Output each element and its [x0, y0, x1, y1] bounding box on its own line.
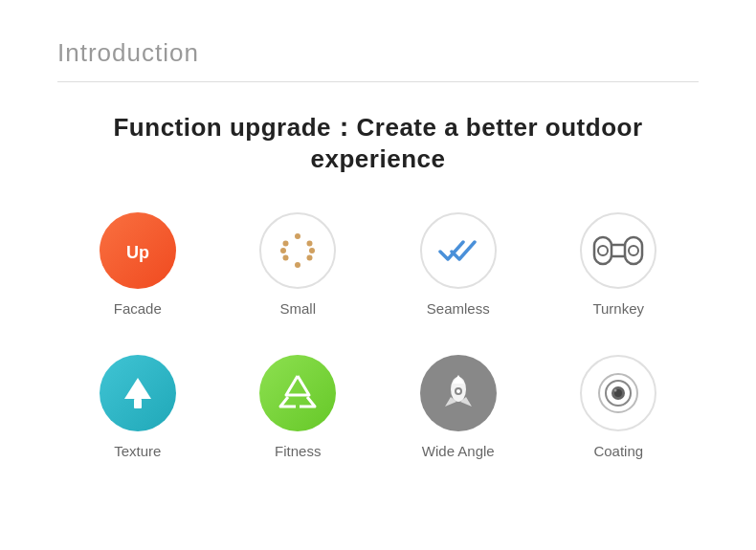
turnkey-label: Turnkey: [592, 300, 644, 317]
fitness-icon-circle: [259, 355, 336, 431]
svg-point-5: [295, 262, 300, 268]
list-item: Coating: [539, 355, 700, 459]
section-title: Introduction: [57, 38, 699, 82]
list-item: Small: [218, 212, 379, 317]
svg-rect-9: [594, 237, 611, 264]
svg-point-27: [614, 389, 617, 392]
svg-point-13: [598, 246, 608, 255]
seamless-label: Seamless: [427, 300, 490, 317]
wideangle-icon-circle: [420, 355, 497, 431]
texture-icon: [117, 372, 159, 414]
svg-point-3: [309, 248, 315, 253]
list-item: Seamless: [378, 212, 539, 317]
small-label: Small: [279, 300, 316, 317]
list-item: Wide Angle: [378, 355, 539, 459]
facade-label: Facade: [114, 300, 162, 317]
turnkey-icon-circle: [580, 212, 656, 289]
list-item: Up Facade: [57, 212, 218, 317]
page: Introduction Function upgrade：Create a b…: [0, 0, 756, 550]
svg-point-1: [295, 233, 300, 239]
svg-point-14: [629, 246, 638, 255]
svg-point-6: [283, 255, 289, 261]
svg-point-22: [456, 389, 460, 393]
list-item: Fitness: [218, 355, 379, 459]
small-icon-circle: [259, 212, 336, 289]
svg-rect-10: [625, 237, 642, 264]
wideangle-icon: [435, 370, 481, 416]
svg-marker-15: [124, 378, 151, 399]
coating-icon: [594, 369, 642, 417]
fitness-label: Fitness: [275, 443, 321, 459]
coating-icon-circle: [580, 355, 656, 431]
svg-text:Up: Up: [126, 243, 149, 262]
svg-point-7: [280, 248, 286, 253]
headline: Function upgrade：Create a better outdoor…: [57, 111, 699, 174]
svg-point-2: [307, 241, 313, 247]
facade-icon: Up: [117, 230, 159, 272]
seamless-icon: [434, 227, 482, 275]
seamless-icon-circle: [420, 212, 497, 289]
wideangle-label: Wide Angle: [422, 443, 495, 459]
small-icon: [274, 227, 322, 275]
texture-icon-circle: [100, 355, 176, 431]
turnkey-icon: [592, 230, 644, 272]
svg-point-4: [307, 255, 313, 261]
coating-label: Coating: [593, 443, 643, 459]
list-item: Texture: [57, 355, 218, 459]
fitness-icon: [275, 370, 321, 416]
svg-point-8: [283, 241, 289, 247]
texture-label: Texture: [114, 443, 161, 459]
svg-rect-16: [134, 399, 142, 408]
icons-grid: Up Facade Small: [57, 212, 699, 459]
list-item: Turnkey: [539, 212, 700, 317]
facade-icon-circle: Up: [100, 212, 176, 289]
